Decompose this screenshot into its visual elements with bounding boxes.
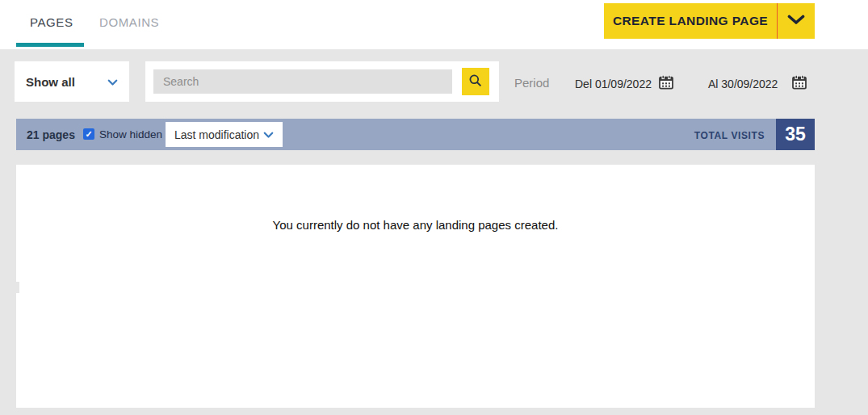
- show-hidden-checkbox[interactable]: [83, 128, 94, 140]
- pages-list-panel: You currently do not have any landing pa…: [16, 165, 815, 408]
- create-landing-page-button[interactable]: CREATE LANDING PAGE: [604, 3, 815, 39]
- list-toolbar: 21 pages Show hidden Last modification T…: [16, 119, 815, 150]
- total-visits-value: 35: [776, 119, 815, 150]
- search-button[interactable]: [462, 68, 489, 95]
- search-input[interactable]: [153, 69, 452, 94]
- chevron-down-icon: [107, 75, 118, 89]
- calendar-icon[interactable]: [792, 75, 807, 90]
- search-container: [145, 61, 499, 102]
- chevron-down-icon: [787, 15, 805, 27]
- tab-pages[interactable]: PAGES: [30, 15, 73, 29]
- landing-pages-app: PAGES DOMAINS CREATE LANDING PAGE Show a…: [0, 0, 868, 415]
- search-icon: [468, 73, 484, 91]
- total-visits-label: TOTAL VISITS: [694, 130, 765, 141]
- sort-dropdown[interactable]: Last modification: [166, 122, 283, 147]
- sort-dropdown-value: Last modification: [174, 128, 259, 141]
- empty-state-message: You currently do not have any landing pa…: [16, 218, 815, 232]
- show-all-dropdown[interactable]: Show all: [15, 61, 129, 102]
- active-tab-underline: [16, 43, 84, 47]
- header: PAGES DOMAINS CREATE LANDING PAGE: [0, 0, 868, 49]
- show-hidden-label[interactable]: Show hidden: [99, 128, 162, 140]
- period-label: Period: [514, 76, 549, 90]
- show-all-value: Show all: [26, 75, 75, 89]
- pages-count: 21 pages: [27, 128, 75, 141]
- calendar-icon[interactable]: [659, 75, 673, 90]
- date-to-field[interactable]: Al 30/09/2022: [708, 78, 778, 90]
- chevron-down-icon: [263, 128, 274, 141]
- date-from-field[interactable]: Del 01/09/2022: [575, 78, 652, 90]
- tab-domains[interactable]: DOMAINS: [99, 15, 159, 29]
- create-landing-page-label: CREATE LANDING PAGE: [604, 3, 777, 39]
- create-dropdown-caret[interactable]: [778, 3, 815, 39]
- left-edge-notch: [16, 282, 19, 293]
